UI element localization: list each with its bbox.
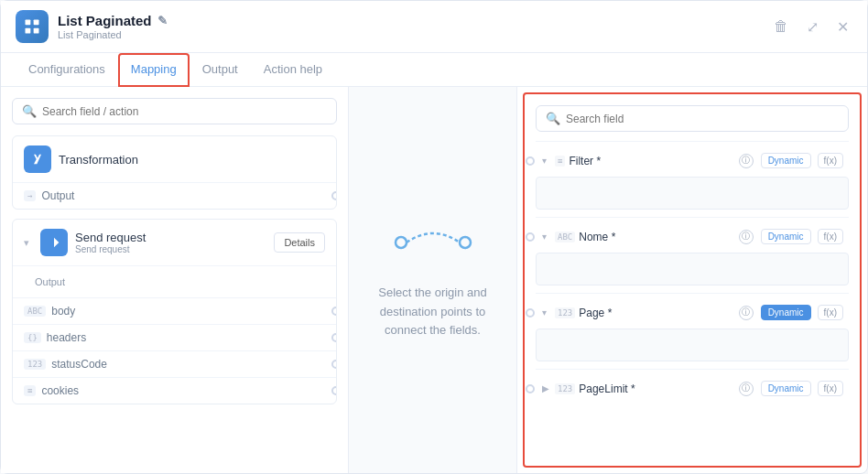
pagelimit-type: 123: [555, 383, 575, 394]
pagelimit-name: PageLimit *: [579, 382, 734, 395]
nome-dynamic-btn[interactable]: Dynamic: [761, 229, 811, 244]
filter-dynamic-btn[interactable]: Dynamic: [761, 153, 811, 168]
filter-name: Filter *: [569, 155, 734, 167]
title-actions: 🗑 ⤢ ✕: [770, 16, 852, 38]
send-request-chevron[interactable]: ▾: [24, 237, 29, 249]
filter-info-icon[interactable]: ⓘ: [739, 154, 754, 168]
body-type: ABC: [24, 306, 46, 317]
filter-fx-btn[interactable]: f(x): [818, 153, 843, 168]
page-type: 123: [555, 307, 575, 318]
send-request-icon: [40, 229, 68, 256]
middle-panel: Select the origin and destination points…: [349, 87, 517, 473]
transformation-card: Transformation → Output: [12, 135, 337, 210]
output-statuscode-row: 123 statusCode: [13, 350, 336, 377]
send-request-title: Send request: [75, 231, 146, 244]
page-dynamic-btn[interactable]: Dynamic: [761, 305, 811, 320]
nome-info-icon[interactable]: ⓘ: [739, 230, 754, 244]
pagelimit-chevron[interactable]: ▶: [542, 383, 551, 393]
window-title: List Paginated: [58, 13, 152, 28]
output-cookies-row: ≡ cookies: [13, 377, 336, 404]
cookies-connector-dot[interactable]: [331, 386, 337, 395]
body-connector-dot[interactable]: [331, 307, 337, 316]
output-type-badge: →: [24, 190, 36, 201]
nome-fx-btn[interactable]: f(x): [818, 229, 843, 244]
svg-point-4: [396, 237, 407, 248]
filter-chevron[interactable]: ▾: [542, 156, 551, 166]
lambda-icon: [24, 145, 51, 173]
field-page-header: ▾ 123 Page * ⓘ Dynamic f(x): [536, 301, 849, 324]
title-bar: List Paginated ✎ List Paginated 🗑 ⤢ ✕: [1, 1, 867, 53]
window-subtitle: List Paginated: [58, 29, 168, 40]
nome-input[interactable]: [536, 253, 849, 285]
send-request-subtitle: Send request: [75, 244, 146, 254]
output-headers-row: {} headers: [13, 324, 336, 350]
tab-output[interactable]: Output: [190, 53, 251, 87]
nome-name: Nome *: [579, 231, 734, 243]
page-info-icon[interactable]: ⓘ: [739, 306, 754, 320]
svg-point-5: [460, 237, 471, 248]
send-request-title-group: Send request Send request: [75, 231, 146, 254]
right-panel: 🔍 ▾ ≡ Filter * ⓘ Dynamic f(x): [523, 92, 862, 468]
tab-mapping[interactable]: Mapping: [118, 53, 190, 87]
left-search-input[interactable]: [42, 105, 327, 118]
field-pagelimit: ▶ 123 PageLimit * ⓘ Dynamic f(x): [536, 369, 849, 407]
nome-type: ABC: [555, 232, 575, 242]
cookies-label: ≡ cookies: [24, 384, 79, 397]
transformation-header: Transformation: [13, 136, 336, 182]
svg-rect-2: [26, 28, 31, 34]
delete-button[interactable]: 🗑: [770, 16, 792, 37]
page-fx-btn[interactable]: f(x): [818, 305, 843, 320]
left-panel: 🔍 Transformation → Output: [1, 87, 349, 473]
field-page: ▾ 123 Page * ⓘ Dynamic f(x): [536, 293, 849, 369]
tab-bar: Configurations Mapping Output Action hel…: [1, 53, 867, 87]
field-filter-header: ▾ ≡ Filter * ⓘ Dynamic f(x): [536, 149, 849, 172]
pagelimit-fx-btn[interactable]: f(x): [818, 381, 843, 396]
headers-type: {}: [24, 332, 41, 343]
headers-label: {} headers: [24, 331, 86, 344]
svg-rect-1: [34, 20, 39, 26]
left-search-icon: 🔍: [22, 104, 37, 118]
cookies-type: ≡: [24, 385, 36, 396]
nome-left-dot[interactable]: [526, 232, 535, 242]
tab-action-help[interactable]: Action help: [251, 53, 335, 87]
field-nome: ▾ ABC Nome * ⓘ Dynamic f(x): [536, 217, 849, 293]
transformation-title: Transformation: [59, 153, 138, 167]
close-button[interactable]: ✕: [833, 16, 852, 38]
page-left-dot[interactable]: [526, 308, 535, 318]
edit-icon[interactable]: ✎: [157, 14, 168, 27]
left-search-box[interactable]: 🔍: [12, 98, 337, 124]
field-filter: ▾ ≡ Filter * ⓘ Dynamic f(x): [536, 141, 849, 217]
field-nome-header: ▾ ABC Nome * ⓘ Dynamic f(x): [536, 225, 849, 248]
pagelimit-left-dot[interactable]: [526, 384, 535, 393]
page-input[interactable]: [536, 329, 849, 361]
svg-rect-0: [26, 20, 31, 26]
send-request-output-label: Output: [24, 273, 76, 291]
body-label: ABC body: [24, 305, 75, 318]
statuscode-label: 123 statusCode: [24, 358, 107, 371]
title-text: List Paginated ✎ List Paginated: [58, 13, 168, 40]
details-button[interactable]: Details: [274, 232, 325, 253]
right-search-box[interactable]: 🔍: [536, 105, 849, 132]
filter-left-dot[interactable]: [526, 156, 535, 166]
transformation-connector-dot[interactable]: [331, 191, 337, 200]
transformation-output-row: → Output: [13, 182, 336, 209]
filter-input[interactable]: [536, 177, 849, 210]
statuscode-connector-dot[interactable]: [331, 360, 337, 369]
right-search-input[interactable]: [566, 113, 839, 125]
statuscode-type: 123: [24, 359, 46, 370]
pagelimit-dynamic-btn[interactable]: Dynamic: [761, 381, 811, 396]
right-search-icon: 🔍: [546, 112, 560, 125]
pagelimit-info-icon[interactable]: ⓘ: [739, 382, 754, 396]
app-icon: [16, 10, 49, 43]
send-request-card: ▾ Send request Send request Details Outp…: [12, 219, 337, 404]
output-section-label-row: Output: [13, 265, 336, 297]
expand-button[interactable]: ⤢: [803, 16, 822, 38]
page-chevron[interactable]: ▾: [542, 307, 551, 318]
output-body-row: ABC body: [13, 297, 336, 324]
main-window: List Paginated ✎ List Paginated 🗑 ⤢ ✕ Co…: [0, 0, 868, 474]
nome-chevron[interactable]: ▾: [542, 232, 551, 242]
headers-connector-dot[interactable]: [331, 333, 337, 342]
connector-text: Select the origin and destination points…: [367, 284, 498, 340]
field-pagelimit-header: ▶ 123 PageLimit * ⓘ Dynamic f(x): [536, 377, 849, 400]
tab-configurations[interactable]: Configurations: [16, 53, 118, 87]
